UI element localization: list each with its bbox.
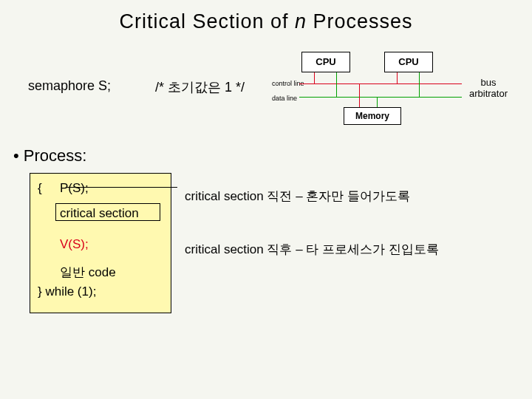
semaphore-decl: semaphore S; [28,78,111,94]
cpu-box-2: CPU [384,52,433,72]
bus-arbitrator-label: bus arbitrator [469,77,508,99]
title-pre: Critical Section of [119,10,295,33]
cpu1-control-drop [314,72,315,83]
data-bus-line [299,97,462,98]
title-post: Processes [307,10,413,33]
code-ps: P(S); [60,181,89,196]
cpu2-control-drop [397,72,398,83]
explain-ps: critical section 직전 – 혼자만 들어가도록 [185,188,410,205]
cpu2-data-drop [419,72,420,97]
control-bus-line [299,83,462,84]
slide-title: Critical Section of n Processes [0,10,532,33]
code-general: 일반 code [60,264,116,281]
memory-data-drop [377,97,378,107]
code-vs: V(S); [60,237,89,252]
title-n: n [295,10,307,33]
memory-control-drop [359,83,360,107]
explain-vs: critical section 직후 – 타 프로세스가 진입토록 [185,241,439,258]
code-while: } while (1); [38,284,96,299]
ps-connector [66,187,177,188]
process-bullet: • Process: [13,146,86,166]
code-brace-open: { [38,181,42,196]
code-box: { P(S); critical section V(S); 일반 code }… [30,173,171,313]
memory-box: Memory [344,107,401,125]
data-line-label: data line [272,95,297,102]
cpu-box-1: CPU [301,52,350,72]
cpu1-data-drop [336,72,337,97]
code-critical-section: critical section [60,206,139,221]
init-comment: /* 초기값은 1 */ [155,78,245,96]
